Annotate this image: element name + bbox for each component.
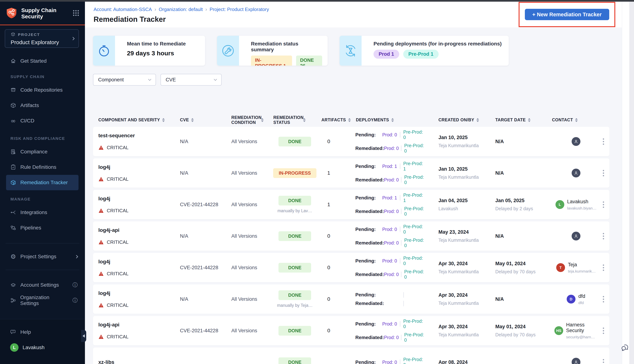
deployments-cell: Pending: Remediated:	[339, 292, 425, 306]
remediated-prod[interactable]: Prod: 0	[384, 240, 400, 246]
divider	[6, 270, 79, 270]
component-name: log4j	[98, 259, 174, 265]
component-filter-select[interactable]: Component	[93, 74, 156, 86]
severity-label: CRITICAL	[107, 302, 128, 308]
chat-widget-button[interactable]	[620, 343, 630, 353]
remediated-preprod[interactable]: Pre-Prod: 0	[404, 332, 425, 343]
sidebar-header: Supply Chain Security	[0, 0, 85, 24]
pending-prod[interactable]: Prod: 1	[382, 195, 399, 200]
row-menu-button[interactable]	[597, 202, 609, 208]
row-menu-button[interactable]	[597, 296, 609, 302]
pending-preprod[interactable]: Pre-Prod: 0	[403, 256, 425, 266]
pending-prod[interactable]: Prod: 0	[382, 321, 399, 326]
avatar: L	[10, 343, 19, 352]
pending-preprod[interactable]: Pre-Prod: 0	[403, 318, 425, 329]
app-switcher-grid-icon[interactable]	[72, 9, 80, 18]
contact-email: teja.kummarik…	[568, 269, 596, 274]
pending-prod[interactable]: Prod: 0	[382, 132, 399, 138]
row-menu-button[interactable]	[597, 328, 609, 334]
sidebar-item-cicd[interactable]: ∞ CI/CD	[0, 113, 85, 128]
column-header-component[interactable]: COMPONENT AND SEVERITY	[93, 118, 174, 122]
pending-preprod[interactable]: Pre-Prod: 1	[403, 192, 425, 203]
breadcrumb-account[interactable]: Account: Automation-SSCA	[94, 6, 152, 12]
column-header-deployments[interactable]: DEPLOYMENTS	[339, 118, 425, 122]
contact-name: Teja	[568, 262, 596, 268]
table-row: test-sequencer CRITICAL N/A All Versions…	[93, 127, 609, 156]
table-row: log4j CRITICAL CVE-2021-44228 All Versio…	[93, 253, 609, 282]
sort-icon	[261, 118, 264, 122]
column-header-target-date[interactable]: TARGET DATE	[480, 118, 537, 122]
pending-preprod[interactable]: Pre-Prod: 0	[403, 130, 425, 140]
target-delay-note: Delayed by 70 days	[495, 332, 537, 338]
critical-severity-icon	[98, 176, 104, 182]
remediated-prod[interactable]: Prod: 0	[384, 209, 400, 214]
sidebar-item-help[interactable]: ? Help	[0, 324, 85, 340]
scrollbar-track[interactable]	[629, 2, 634, 364]
row-menu-button[interactable]	[597, 138, 609, 145]
remediated-prod[interactable]: Prod: 0	[384, 146, 400, 151]
column-header-cve[interactable]: CVE	[174, 118, 229, 122]
pending-preprod[interactable]: Pre-Prod: 1	[403, 161, 425, 172]
sidebar-item-integrations[interactable]: Integrations	[0, 205, 85, 220]
pending-preprod[interactable]: Pre-Prod: 0	[403, 357, 425, 364]
remediated-preprod[interactable]: Pre-Prod: 0	[404, 174, 425, 185]
column-header-remediation-condition[interactable]: REMEDIATION CONDITION	[229, 115, 271, 125]
sidebar-item-remediation-tracker[interactable]: Remediation Tracker	[6, 175, 79, 190]
cve-value: N/A	[180, 170, 229, 176]
prod-pending-badge: Prod 1	[374, 50, 399, 59]
artifacts-cube-icon	[10, 102, 16, 108]
row-menu-button[interactable]	[597, 359, 609, 364]
row-menu-button[interactable]	[597, 233, 609, 239]
cve-filter-select[interactable]: CVE	[161, 74, 222, 86]
remediated-prod[interactable]: Prod: 0	[384, 272, 400, 277]
row-menu-button[interactable]	[597, 170, 609, 176]
column-header-artifacts[interactable]: ARTIFACTS	[319, 118, 339, 122]
sort-icon	[528, 118, 530, 122]
sidebar-item-account-settings[interactable]: Account Settings ⓘ	[0, 277, 85, 293]
row-menu-button[interactable]	[597, 264, 609, 271]
sidebar-item-compliance[interactable]: Compliance	[0, 144, 85, 160]
remediated-preprod[interactable]: Pre-Prod: 0	[404, 238, 425, 248]
pending-prod[interactable]: Prod: 0	[382, 360, 399, 364]
pending-prod[interactable]: Prod: 0	[382, 227, 399, 232]
created-date: Apr 30, 2024	[438, 324, 480, 330]
cve-value: CVE-2021-44228	[180, 202, 229, 208]
remediated-preprod[interactable]: Pre-Prod: 0	[404, 143, 425, 154]
pending-prod[interactable]: Prod: 1	[382, 164, 399, 169]
info-icon: ⓘ	[73, 282, 78, 288]
sidebar-item-rule-definitions[interactable]: Rule Definitions	[0, 160, 85, 175]
remediated-prod[interactable]: Prod: 0	[384, 335, 400, 340]
header-accent-rule	[0, 24, 85, 25]
app-title: Supply Chain Security	[21, 7, 64, 20]
user-menu[interactable]: L Lavakush	[0, 340, 85, 355]
card-icon-area	[217, 36, 239, 66]
sidebar-item-organization-settings[interactable]: Organization Settings ⓘ	[0, 293, 85, 308]
breadcrumb-separator: ›	[205, 6, 207, 12]
sidebar: Supply Chain Security PROJECT Product Ex…	[0, 0, 85, 364]
divider	[400, 321, 400, 326]
pending-preprod[interactable]: Pre-Prod: 0	[403, 224, 425, 234]
new-remediation-tracker-button[interactable]: + New Remediation Tracker	[525, 9, 609, 20]
column-header-remediation-status[interactable]: REMEDIATION STATUS	[271, 115, 319, 125]
sidebar-item-label: Account Settings	[20, 282, 59, 288]
remediated-preprod[interactable]: Pre-Prod: 0	[404, 269, 425, 280]
column-header-created-on-by[interactable]: CREATED ON/BY	[425, 118, 480, 122]
sidebar-item-code-repositories[interactable]: Code Repositories	[0, 82, 85, 98]
pending-prod[interactable]: Prod: 0	[382, 258, 399, 264]
sidebar-item-pipelines[interactable]: Pipelines	[0, 220, 85, 236]
column-header-contact[interactable]: CONTACT	[537, 118, 597, 122]
sidebar-item-project-settings[interactable]: ⚙ Project Settings	[0, 249, 85, 264]
remediated-preprod[interactable]: Pre-Prod: 0	[404, 206, 425, 217]
sidebar-collapse-handle[interactable]	[81, 330, 86, 342]
remediated-prod[interactable]: Prod: 0	[384, 177, 400, 182]
sidebar-item-get-started[interactable]: Get Started	[0, 53, 85, 69]
sidebar-item-artifacts[interactable]: Artifacts	[0, 98, 85, 113]
deployments-cell: Pending:Prod: 1Pre-Prod: 1 Remediated:Pr…	[339, 192, 425, 217]
contact-avatar: T	[556, 263, 565, 272]
artifacts-count: 0	[327, 296, 330, 302]
deployments-cell: Pending:Prod: 0Pre-Prod: 0 Remediated:Pr…	[339, 318, 425, 343]
breadcrumb-organization[interactable]: Organization: default	[159, 6, 203, 12]
breadcrumb-project[interactable]: Project: Product Exploratory	[210, 6, 269, 12]
table-row: xz-libs DONE Pending:Prod: 0Pre-Prod: 0 …	[93, 348, 609, 364]
project-selector[interactable]: PROJECT Product Exploratory	[5, 29, 79, 48]
